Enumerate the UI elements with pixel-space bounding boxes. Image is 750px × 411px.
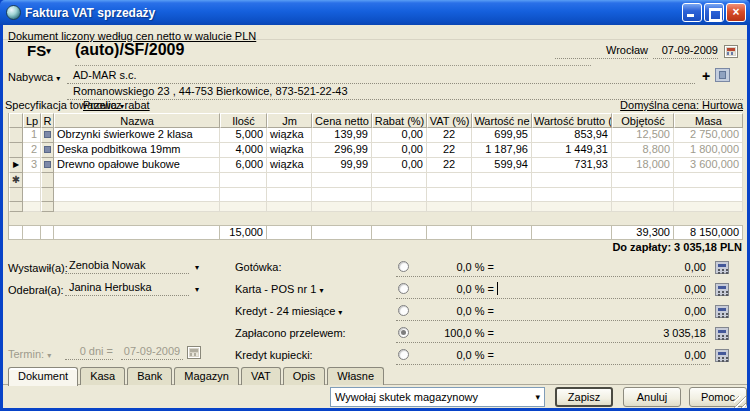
- doc-type-dropdown[interactable]: FS▾: [27, 42, 51, 59]
- payment-radio[interactable]: [398, 327, 409, 338]
- col-lp[interactable]: Lp: [23, 113, 41, 128]
- save-button[interactable]: Zapisz: [555, 387, 613, 407]
- col-wartosc-brutto[interactable]: Wartość brutto (: [532, 113, 612, 128]
- cell-empty[interactable]: [54, 173, 220, 188]
- payment-amount[interactable]: 3 035,18: [663, 327, 706, 339]
- cell-gross[interactable]: 1 449,31: [532, 143, 612, 158]
- buyer-address-field[interactable]: Romanowskiego 23 , 44-753 Bierkowice, 87…: [67, 85, 743, 100]
- cell-net[interactable]: 699,95: [472, 128, 532, 143]
- payment-radio[interactable]: [398, 261, 409, 272]
- cell-mass[interactable]: 3 600,000: [674, 158, 743, 173]
- received-by-field[interactable]: Janina Herbuska: [65, 281, 189, 296]
- calendar-icon[interactable]: [724, 45, 738, 58]
- col-ilosc[interactable]: Ilość: [220, 113, 267, 128]
- cell-qty[interactable]: 5,000: [220, 128, 267, 143]
- cell-empty[interactable]: [23, 173, 41, 188]
- col-rabat[interactable]: Rabat (%): [372, 113, 427, 128]
- cell-empty[interactable]: [372, 173, 427, 188]
- recalc-discount-link[interactable]: Przelicz rabat: [83, 99, 150, 111]
- cell-volume[interactable]: 8,800: [612, 143, 674, 158]
- issued-by-field[interactable]: Zenobia Nowak: [65, 259, 189, 274]
- add-buyer-icon[interactable]: +: [702, 70, 710, 82]
- current-row-pointer-icon[interactable]: ▶: [9, 158, 23, 173]
- cell-gross[interactable]: 731,93: [532, 158, 612, 173]
- cell-name[interactable]: Deska podbitkowa 19mm: [54, 143, 220, 158]
- chevron-down-icon[interactable]: ▾: [195, 263, 199, 272]
- cell-empty[interactable]: [472, 173, 532, 188]
- tab-opis[interactable]: Opis: [283, 367, 326, 385]
- cell-gross[interactable]: 853,94: [532, 128, 612, 143]
- city-field[interactable]: Wrocław: [555, 44, 648, 59]
- cell-empty[interactable]: [427, 173, 472, 188]
- cell-net[interactable]: 599,94: [472, 158, 532, 173]
- cell-qty[interactable]: 6,000: [220, 158, 267, 173]
- col-nazwa[interactable]: Nazwa: [54, 113, 220, 128]
- new-row-icon[interactable]: ✱: [9, 173, 23, 188]
- cell-vat[interactable]: 22: [427, 143, 472, 158]
- col-jm[interactable]: Jm: [267, 113, 312, 128]
- tab-magazyn[interactable]: Magazyn: [174, 367, 239, 385]
- payment-percent[interactable]: 0,0 % =: [414, 305, 494, 317]
- tab-vat[interactable]: VAT: [241, 367, 281, 385]
- calculator-icon[interactable]: [715, 261, 729, 274]
- cell-empty[interactable]: [41, 173, 54, 188]
- resize-grip[interactable]: [734, 396, 746, 408]
- payment-percent[interactable]: 0,0 % =: [414, 283, 494, 295]
- warehouse-action-select[interactable]: Wywołaj skutek magazynowy ▾: [330, 387, 545, 407]
- payment-label-card[interactable]: Karta - POS nr 1 ▾: [235, 283, 323, 295]
- payment-radio[interactable]: [398, 349, 409, 360]
- maximize-button[interactable]: [704, 3, 724, 22]
- tab-wlasne[interactable]: Własne: [327, 367, 384, 385]
- cancel-button[interactable]: Anuluj: [623, 387, 681, 407]
- tab-kasa[interactable]: Kasa: [80, 367, 125, 385]
- term-dropdown[interactable]: Termin: ▾: [8, 348, 51, 360]
- cell-empty[interactable]: [312, 173, 372, 188]
- cell-unit[interactable]: wiązka: [267, 128, 312, 143]
- payment-amount[interactable]: 0,00: [685, 283, 706, 295]
- cell-discount[interactable]: 0,00: [372, 128, 427, 143]
- chevron-down-icon[interactable]: ▾: [195, 285, 199, 294]
- cell-unit[interactable]: wiązka: [267, 158, 312, 173]
- buyer-name-field[interactable]: AD-MAR s.c.: [67, 69, 695, 84]
- cell-empty[interactable]: [532, 173, 612, 188]
- col-r[interactable]: R: [41, 113, 54, 128]
- cell-volume[interactable]: 18,000: [612, 158, 674, 173]
- term-days-field[interactable]: 0 dni =: [65, 345, 113, 360]
- titlebar[interactable]: Faktura VAT sprzedaży ×: [0, 0, 750, 25]
- close-button[interactable]: ×: [726, 3, 746, 22]
- col-cena-netto[interactable]: Cena netto: [312, 113, 372, 128]
- cell-name[interactable]: Drewno opałowe bukowe: [54, 158, 220, 173]
- payment-amount[interactable]: 0,00: [685, 349, 706, 361]
- cell-lp[interactable]: 3: [23, 158, 41, 173]
- stock-icon[interactable]: [41, 158, 54, 173]
- cell-lp[interactable]: 1: [23, 128, 41, 143]
- calculator-icon[interactable]: [715, 327, 729, 340]
- tab-bank[interactable]: Bank: [127, 367, 172, 385]
- cell-discount[interactable]: 0,00: [372, 143, 427, 158]
- stock-icon[interactable]: [41, 143, 54, 158]
- payment-percent[interactable]: 100,0 % =: [414, 327, 494, 339]
- row-selector[interactable]: [9, 128, 23, 143]
- cell-vat[interactable]: 22: [427, 128, 472, 143]
- payment-radio[interactable]: [398, 305, 409, 316]
- cell-vat[interactable]: 22: [427, 158, 472, 173]
- cell-unit[interactable]: wiązka: [267, 143, 312, 158]
- cell-price[interactable]: 99,99: [312, 158, 372, 173]
- col-objetosc[interactable]: Objętość: [612, 113, 674, 128]
- cell-empty[interactable]: [267, 173, 312, 188]
- calculator-icon[interactable]: [715, 305, 729, 318]
- payment-amount[interactable]: 0,00: [685, 305, 706, 317]
- col-vat[interactable]: VAT (%): [427, 113, 472, 128]
- col-wartosc-netto[interactable]: Wartość ne: [472, 113, 532, 128]
- payment-percent[interactable]: 0,0 % =: [414, 349, 494, 361]
- address-book-icon[interactable]: [715, 68, 730, 82]
- stock-icon[interactable]: [41, 128, 54, 143]
- cell-qty[interactable]: 4,000: [220, 143, 267, 158]
- payment-radio[interactable]: [398, 283, 409, 294]
- calculator-icon[interactable]: [715, 283, 729, 296]
- cell-empty[interactable]: [674, 173, 743, 188]
- cell-price[interactable]: 139,99: [312, 128, 372, 143]
- cell-volume[interactable]: 12,500: [612, 128, 674, 143]
- cell-empty[interactable]: [220, 173, 267, 188]
- row-selector[interactable]: [9, 143, 23, 158]
